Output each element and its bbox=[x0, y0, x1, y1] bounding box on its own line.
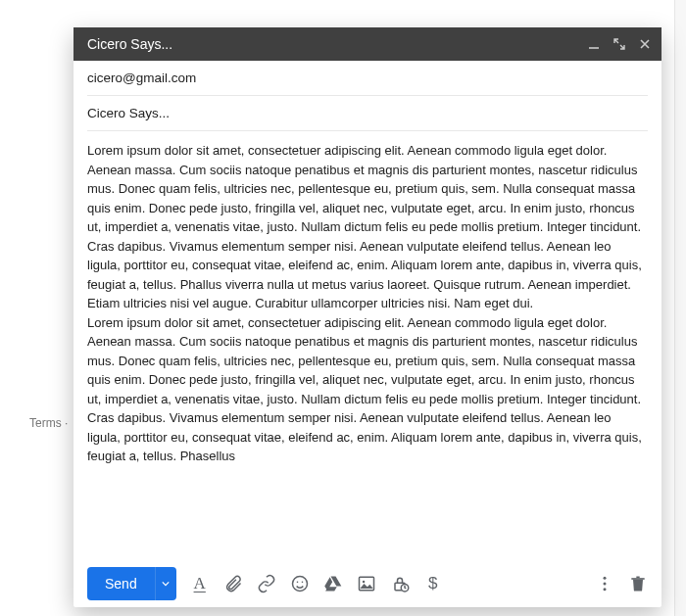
compose-window: Cicero Says... cicero@gmail.com Cicero S… bbox=[74, 27, 662, 607]
subject-value: Cicero Says... bbox=[87, 106, 170, 120]
footer-terms[interactable]: Terms · bbox=[29, 416, 68, 430]
close-icon[interactable] bbox=[638, 37, 652, 51]
discard-icon[interactable] bbox=[628, 574, 648, 593]
compose-toolbar: Send A $ bbox=[74, 558, 662, 607]
insert-photo-icon[interactable] bbox=[357, 574, 376, 593]
more-options-icon[interactable] bbox=[595, 574, 614, 593]
send-button[interactable]: Send bbox=[87, 567, 155, 600]
window-controls bbox=[587, 37, 652, 51]
money-icon[interactable]: $ bbox=[423, 574, 443, 593]
to-value: cicero@gmail.com bbox=[87, 71, 196, 85]
svg-point-8 bbox=[604, 576, 607, 579]
send-options-button[interactable] bbox=[155, 567, 176, 600]
send-button-group: Send bbox=[87, 567, 176, 600]
svg-point-2 bbox=[296, 581, 298, 583]
to-field[interactable]: cicero@gmail.com bbox=[87, 61, 648, 96]
compose-content: cicero@gmail.com Cicero Says... Lorem ip… bbox=[74, 61, 662, 558]
drive-icon[interactable] bbox=[323, 574, 343, 593]
expand-icon[interactable] bbox=[612, 37, 626, 51]
compose-title: Cicero Says... bbox=[87, 36, 587, 52]
svg-point-10 bbox=[604, 588, 607, 591]
subject-field[interactable]: Cicero Says... bbox=[87, 96, 648, 131]
body-textarea[interactable]: Lorem ipsum dolor sit amet, consectetuer… bbox=[87, 131, 648, 558]
svg-point-1 bbox=[292, 576, 307, 591]
svg-point-5 bbox=[363, 580, 366, 583]
link-icon[interactable] bbox=[257, 574, 276, 593]
confidential-mode-icon[interactable] bbox=[390, 574, 410, 593]
emoji-icon[interactable] bbox=[290, 574, 310, 593]
attach-icon[interactable] bbox=[223, 574, 243, 593]
text-format-icon[interactable]: A bbox=[190, 574, 210, 593]
svg-point-3 bbox=[301, 581, 303, 583]
svg-point-9 bbox=[604, 582, 607, 585]
minimize-icon[interactable] bbox=[587, 37, 601, 51]
compose-titlebar: Cicero Says... bbox=[74, 27, 662, 61]
chevron-down-icon bbox=[162, 580, 170, 588]
right-panel-edge bbox=[674, 0, 686, 616]
